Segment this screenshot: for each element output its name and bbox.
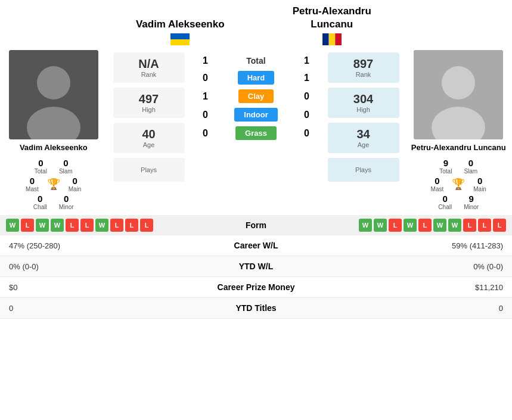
player1-flag [170, 33, 190, 45]
player1-form-badge: L [125, 219, 138, 232]
player1-form-badge: W [51, 219, 64, 232]
player1-chall-stat: 0 Chall [33, 194, 47, 210]
form-section: WLWWLLWLLL Form WWLWLWWLLL [0, 215, 512, 235]
player2-age-box: 34 Age [328, 123, 399, 153]
player2-slam-stat: 0 Slam [464, 158, 477, 175]
player2-form-badge: L [478, 219, 491, 232]
player2-minor-stat: 9 Minor [464, 194, 479, 210]
player1-age-box: 40 Age [113, 123, 185, 153]
player2-form-badge: W [404, 219, 417, 232]
player1-mast-stat: 0 Mast [26, 176, 39, 192]
player1-stat-panel: N/A Rank 497 High 40 Age Plays [107, 50, 191, 184]
svg-rect-1 [170, 39, 190, 45]
player1-form: WLWWLLWLLL [6, 219, 200, 232]
svg-point-9 [442, 66, 475, 99]
player1-name-header: Vadim Alekseenko [122, 18, 238, 31]
player2-form-badge: L [493, 219, 506, 232]
player1-plays-box: Plays [113, 158, 185, 182]
player1-card: Vadim Alekseenko 0 Total 0 Slam 0 Mast 🏆 [0, 50, 107, 210]
player1-form-badge: L [80, 219, 94, 232]
svg-rect-2 [322, 33, 329, 45]
player1-main-stat: 0 Main [69, 176, 82, 192]
player2-chall-stat: 0 Chall [438, 194, 452, 210]
total-score-row: 1 Total 1 [191, 53, 322, 69]
player2-total-stat: 9 Total [439, 158, 452, 175]
player2-stat-panel: 897 Rank 304 High 34 Age Plays [322, 50, 405, 184]
player2-flag [322, 33, 342, 45]
form-label: Form [203, 220, 310, 230]
player1-high-box: 497 High [113, 88, 185, 118]
player1-rank-box: N/A Rank [113, 52, 185, 83]
player2-form-badge: W [374, 219, 387, 232]
player2-main-stat: 0 Main [473, 176, 486, 192]
grass-score-row: 0 Grass 0 [191, 124, 322, 142]
main-wrapper: Vadim Alekseenko Petru-Alexandru Luncanu [0, 0, 512, 319]
clay-score-row: 1 Clay 0 [191, 87, 322, 105]
ytd-wl-row: 0% (0-0) YTD W/L 0% (0-0) [0, 256, 512, 277]
player1-form-badge: L [66, 219, 79, 232]
prize-row: $0 Career Prize Money $11,210 [0, 277, 512, 298]
player2-trophy: 🏆 [452, 178, 465, 191]
player2-rank-box: 897 Rank [328, 52, 399, 83]
career-wl-row: 47% (250-280) Career W/L 59% (411-283) [0, 235, 512, 256]
player1-trophy: 🏆 [47, 178, 60, 191]
svg-point-6 [37, 66, 70, 99]
player2-form-badge: W [359, 219, 372, 232]
player2-high-box: 304 High [328, 88, 399, 118]
player2-form-badge: W [448, 219, 461, 232]
player1-name: Vadim Alekseenko [20, 143, 88, 153]
player1-form-badge: W [95, 219, 108, 232]
player1-form-badge: W [6, 219, 19, 232]
player1-avatar [9, 50, 98, 139]
player2-mast-stat: 0 Mast [431, 176, 444, 192]
svg-rect-3 [328, 33, 335, 45]
player2-card: Petru-Alexandru Luncanu 9 Total 0 Slam 0… [405, 50, 513, 210]
player2-name: Petru-Alexandru Luncanu [411, 143, 506, 153]
player2-name-header: Petru-Alexandru Luncanu [274, 5, 390, 31]
player1-form-badge: L [140, 219, 153, 232]
player1-minor-stat: 0 Minor [59, 194, 74, 210]
player2-avatar [414, 50, 503, 139]
player2-form-badge: L [418, 219, 432, 232]
titles-row: 0 YTD Titles 0 [0, 298, 512, 319]
hard-score-row: 0 Hard 1 [191, 69, 322, 87]
svg-rect-4 [335, 33, 342, 45]
player1-form-badge: L [21, 219, 34, 232]
player2-form-badge: L [463, 219, 476, 232]
player1-form-badge: L [110, 219, 123, 232]
player1-slam-stat: 0 Slam [59, 158, 73, 175]
svg-rect-0 [170, 33, 190, 39]
indoor-score-row: 0 Indoor 0 [191, 105, 322, 124]
center-content: N/A Rank 497 High 40 Age Plays [107, 50, 405, 184]
player2-form: WWLWLWWLLL [312, 219, 507, 232]
player1-total-stat: 0 Total [35, 158, 47, 175]
player2-plays-box: Plays [328, 158, 399, 182]
player2-form-badge: W [433, 219, 446, 232]
player2-form-badge: L [389, 219, 402, 232]
player1-form-badge: W [36, 219, 49, 232]
